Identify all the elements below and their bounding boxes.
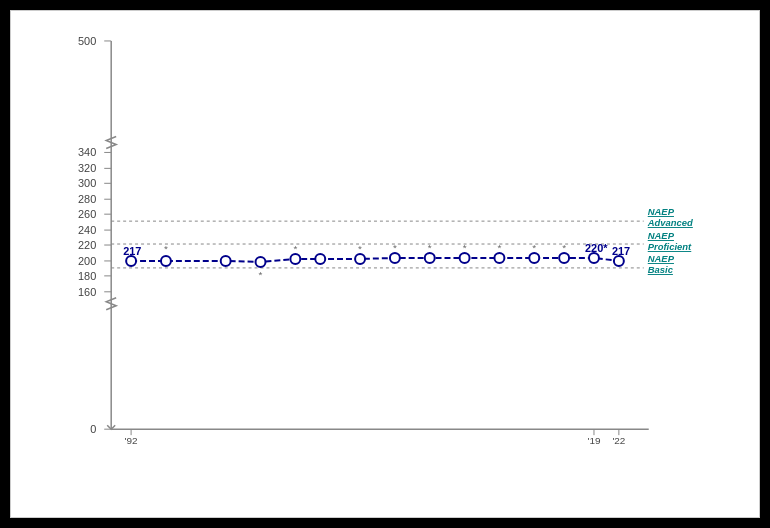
y-label-180: 180 <box>78 270 96 282</box>
x-label-19: '19 <box>588 435 601 446</box>
y-break-top <box>106 137 116 149</box>
y-label-160: 160 <box>78 286 96 298</box>
y-label-0: 0 <box>90 423 96 435</box>
data-point-22 <box>614 256 624 266</box>
data-point-94 <box>161 256 171 266</box>
y-label-500: 500 <box>78 35 96 47</box>
asterisk-02: * <box>293 243 297 254</box>
y-label-240: 240 <box>78 224 96 236</box>
y-label-340: 340 <box>78 146 96 158</box>
ref-label-advanced2[interactable]: Advanced <box>647 217 693 228</box>
data-point-07 <box>390 253 400 263</box>
chart-svg: 500 340 320 300 280 260 240 <box>66 31 679 467</box>
data-point-03 <box>315 254 325 264</box>
y-label-320: 320 <box>78 162 96 174</box>
chart-container: 500 340 320 300 280 260 240 <box>10 10 760 518</box>
data-point-00 <box>256 257 266 267</box>
asterisk-17: * <box>562 242 566 253</box>
y-label-200: 200 <box>78 255 96 267</box>
asterisk-05: * <box>358 243 362 254</box>
asterisk-09: * <box>428 242 432 253</box>
data-point-19 <box>589 253 599 263</box>
data-point-98 <box>221 256 231 266</box>
y-label-220: 220 <box>78 239 96 251</box>
data-point-92 <box>126 256 136 266</box>
ref-label-basic2[interactable]: Basic <box>648 264 674 275</box>
data-point-05 <box>355 254 365 264</box>
ref-label-proficient[interactable]: NAEP <box>648 230 675 241</box>
ref-label-proficient2[interactable]: Proficient <box>648 241 692 252</box>
data-line <box>131 258 619 262</box>
data-point-17 <box>559 253 569 263</box>
x-label-92: '92 <box>125 435 138 446</box>
asterisk-00: * <box>259 269 263 280</box>
data-point-02 <box>290 254 300 264</box>
ref-label-basic[interactable]: NAEP <box>648 253 675 264</box>
label-19: 220* <box>585 242 608 254</box>
data-point-11 <box>460 253 470 263</box>
label-92: 217 <box>123 245 141 257</box>
asterisk-13: * <box>497 242 501 253</box>
y-label-300: 300 <box>78 177 96 189</box>
label-22: 217 <box>612 245 630 257</box>
data-point-13 <box>494 253 504 263</box>
asterisk-94: * <box>164 243 168 254</box>
asterisk-15: * <box>532 242 536 253</box>
asterisk-11: * <box>463 242 467 253</box>
asterisk-07: * <box>393 242 397 253</box>
data-point-09 <box>425 253 435 263</box>
data-point-15 <box>529 253 539 263</box>
ref-label-advanced[interactable]: NAEP <box>648 206 675 217</box>
y-axis: 500 340 320 300 280 260 240 <box>78 35 111 435</box>
y-label-280: 280 <box>78 193 96 205</box>
y-label-260: 260 <box>78 208 96 220</box>
x-label-22: '22 <box>612 435 625 446</box>
y-break-bottom <box>106 298 116 310</box>
